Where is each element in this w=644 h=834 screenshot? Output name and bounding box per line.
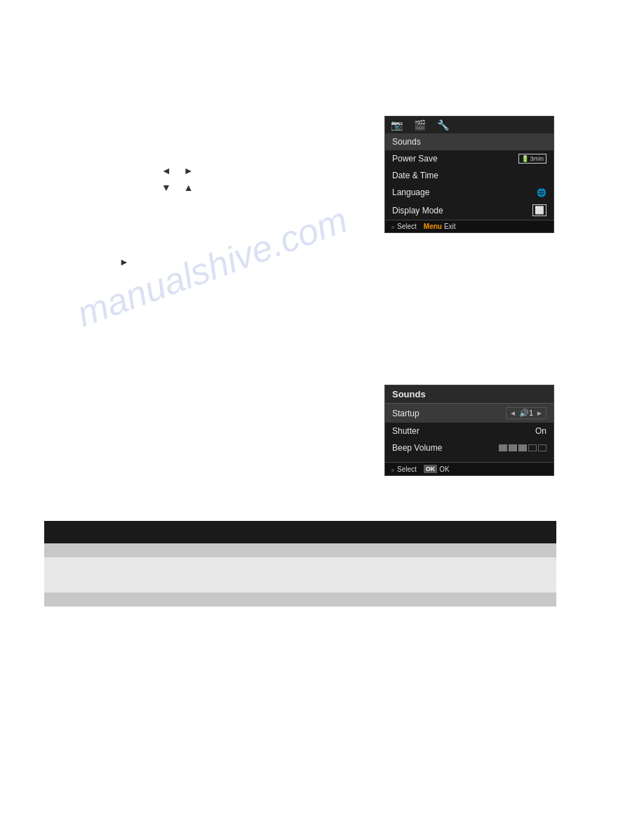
sounds-select-icon: ⬦ [391, 465, 395, 473]
language-label: Language [392, 187, 429, 197]
startup-left-arrow[interactable]: ◄ [509, 409, 516, 417]
language-icon: 🌐 [537, 188, 546, 197]
power-save-icon: 🔋 3min [518, 154, 546, 164]
display-mode-label: Display Mode [392, 206, 443, 216]
menu-key-label: Menu [424, 223, 442, 230]
table-cell-3-3 [269, 593, 556, 607]
beep-bar-3 [518, 444, 527, 451]
left-arrow-icon: ◄ [161, 165, 171, 176]
sounds-item-startup[interactable]: Startup ◄ 🔊1 ► [385, 404, 554, 423]
sounds-footer: ⬦ Select OK OK [385, 462, 554, 475]
table-header-col2 [100, 521, 269, 543]
nav-arrows-area: ◄ ► ▼ ▲ [161, 165, 194, 199]
select-hint-label: Select [397, 223, 417, 230]
camera-settings-menu: 📷 🎬 🔧 Sounds Power Save 🔋 3min Date & Ti… [384, 116, 554, 233]
play-arrow-icon: ► [119, 256, 129, 267]
ok-text-label: OK [439, 465, 449, 473]
exit-hint-label: Exit [444, 223, 456, 230]
menu-item-display-mode[interactable]: Display Mode ⬜ [385, 201, 554, 220]
right-arrow-icon: ► [184, 165, 194, 176]
vertical-arrows: ▼ ▲ [161, 182, 194, 193]
video-tab-icon[interactable]: 🎬 [414, 119, 426, 131]
beep-bar-5 [538, 444, 546, 451]
startup-right-arrow[interactable]: ► [536, 409, 543, 417]
sounds-select-hint: ⬦ Select [391, 465, 417, 473]
data-table [44, 521, 556, 607]
down-arrow-icon: ▼ [161, 182, 171, 193]
sounds-label: Sounds [392, 137, 421, 147]
beep-bar-2 [509, 444, 517, 451]
table-row [44, 543, 556, 557]
exit-hint: Menu Exit [424, 223, 456, 230]
menu-footer: ⬦ Select Menu Exit [385, 220, 554, 232]
sounds-item-shutter[interactable]: Shutter On [385, 423, 554, 439]
ps-value: 3min [530, 155, 544, 162]
watermark: manualshive.com [72, 199, 353, 336]
table-cell-1-1 [44, 543, 100, 557]
select-hint: ⬦ Select [391, 223, 417, 230]
menu-item-language[interactable]: Language 🌐 [385, 184, 554, 201]
sounds-menu-title: Sounds [385, 385, 554, 404]
camera-tab-icon[interactable]: 📷 [391, 119, 403, 131]
table-row [44, 593, 556, 607]
beep-volume-bars [499, 444, 546, 451]
beep-bar-1 [499, 444, 507, 451]
date-time-label: Date & Time [392, 171, 438, 180]
table-row [44, 557, 556, 593]
sounds-submenu: Sounds Startup ◄ 🔊1 ► Shutter On Beep Vo… [384, 385, 554, 476]
table-cell-3-2 [100, 593, 269, 607]
startup-label: Startup [392, 409, 420, 418]
table-header-col1 [44, 521, 100, 543]
power-save-label: Power Save [392, 154, 438, 164]
startup-control[interactable]: ◄ 🔊1 ► [506, 407, 546, 419]
sounds-ok-hint: OK OK [424, 465, 450, 473]
beep-volume-label: Beep Volume [392, 443, 442, 453]
table-cell-2-2 [100, 557, 269, 593]
table-cell-2-3 [269, 557, 556, 593]
shutter-value: On [535, 426, 546, 436]
table-cell-1-3 [269, 543, 556, 557]
horizontal-arrows: ◄ ► [161, 165, 194, 176]
sounds-select-label: Select [397, 465, 417, 473]
select-key-icon: ⬦ [391, 223, 395, 230]
shutter-label: Shutter [392, 426, 420, 436]
menu-item-date-time[interactable]: Date & Time [385, 167, 554, 184]
ps-icon-symbol: 🔋 [521, 155, 529, 162]
table-header-col3 [269, 521, 556, 543]
sounds-item-beep-volume[interactable]: Beep Volume [385, 439, 554, 456]
menu-item-sounds[interactable]: Sounds [385, 133, 554, 150]
settings-tab-icon[interactable]: 🔧 [437, 119, 449, 131]
menu-tabs: 📷 🎬 🔧 [385, 117, 554, 133]
beep-bar-4 [528, 444, 537, 451]
ok-key-label: OK [424, 465, 438, 473]
startup-value: 🔊1 [519, 409, 533, 418]
table-cell-1-2 [100, 543, 269, 557]
menu-item-power-save[interactable]: Power Save 🔋 3min [385, 150, 554, 167]
table-cell-3-1 [44, 593, 100, 607]
up-arrow-icon: ▲ [184, 182, 194, 193]
table-cell-2-1 [44, 557, 100, 593]
table-header-row [44, 521, 556, 543]
display-mode-icon: ⬜ [532, 204, 546, 216]
